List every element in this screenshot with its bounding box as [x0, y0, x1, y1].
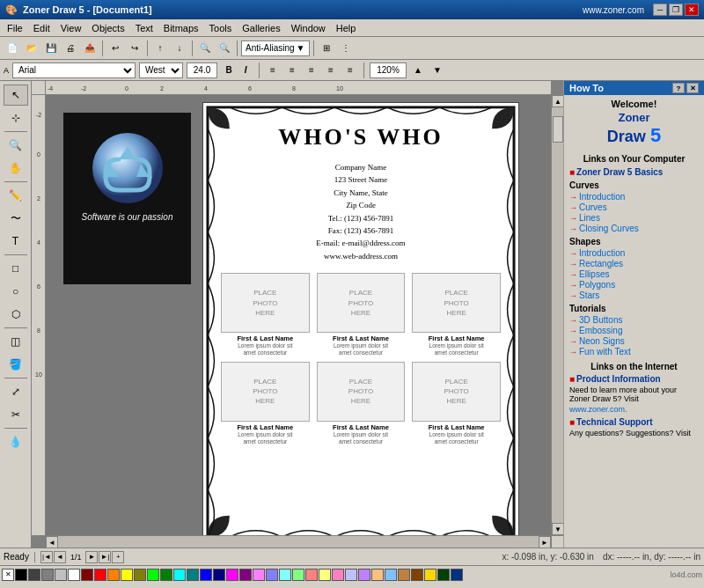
page-last-button[interactable]: ►| — [99, 551, 111, 563]
open-button[interactable]: 📂 — [23, 40, 40, 57]
color-swatch-lightgreen[interactable] — [292, 569, 304, 581]
link-fun-text[interactable]: Fun with Text — [569, 347, 699, 356]
canvas-area[interactable]: -4 -2 0 2 4 6 8 10 -2 0 2 4 6 8 10 — [32, 81, 563, 548]
menu-help[interactable]: Help — [331, 21, 362, 35]
menu-text[interactable]: Text — [130, 21, 158, 35]
color-swatch-purple[interactable] — [239, 569, 252, 581]
align-justify-button[interactable]: ≡ — [323, 62, 339, 78]
link-stars[interactable]: Stars — [569, 290, 699, 300]
link-curves[interactable]: Curves — [569, 202, 699, 212]
panel-question-button[interactable]: ? — [672, 83, 685, 93]
scroll-track-horizontal[interactable] — [58, 536, 539, 548]
link-lines[interactable]: Lines — [569, 213, 699, 223]
bold-button[interactable]: B — [221, 62, 237, 78]
scroll-track-vertical[interactable] — [552, 107, 563, 523]
color-swatch-orange[interactable] — [107, 569, 120, 581]
zoom-out-button[interactable]: 🔍 — [216, 40, 233, 57]
close-button[interactable]: ✕ — [685, 4, 699, 16]
zoom-in-button[interactable]: 🔍 — [196, 40, 214, 57]
font-select[interactable]: Arial — [12, 62, 136, 78]
color-swatch-pink[interactable] — [253, 569, 265, 581]
scroll-up-button[interactable]: ▲ — [552, 95, 563, 107]
color-picker-tool[interactable]: 💧 — [4, 431, 28, 452]
scroll-down-button[interactable]: ▼ — [552, 523, 563, 535]
menu-view[interactable]: View — [55, 21, 87, 35]
minimize-button[interactable]: ─ — [653, 4, 667, 16]
text-tool[interactable]: T — [4, 231, 28, 252]
color-swatch-lightblue[interactable] — [385, 569, 397, 581]
export-button[interactable]: 📤 — [81, 40, 99, 57]
pan-tool[interactable]: ✋ — [4, 158, 28, 179]
transform-tool[interactable]: ⤢ — [4, 381, 28, 402]
color-swatch-lightyellow[interactable] — [319, 569, 331, 581]
link-intro-curves[interactable]: Introduction — [569, 192, 699, 202]
page-prev-button[interactable]: ◄ — [54, 551, 66, 563]
link-3d-buttons[interactable]: 3D Buttons — [569, 315, 699, 325]
align-select[interactable]: West — [139, 62, 183, 78]
fill-tool[interactable]: 🪣 — [4, 354, 28, 375]
menu-bitmaps[interactable]: Bitmaps — [158, 21, 204, 35]
color-swatch-tan[interactable] — [398, 569, 410, 581]
color-swatch-olive[interactable] — [134, 569, 146, 581]
font-size-input[interactable] — [187, 62, 217, 78]
align-left-button[interactable]: ≡ — [265, 62, 281, 78]
color-swatch-lightcyan[interactable] — [279, 569, 291, 581]
color-swatch-darkgray[interactable] — [28, 569, 40, 581]
zoom-input[interactable] — [370, 62, 407, 78]
color-swatch-black[interactable] — [15, 569, 27, 581]
polygon-tool[interactable]: ⬡ — [4, 304, 28, 325]
restore-button[interactable]: ❐ — [669, 4, 683, 16]
transparent-swatch[interactable]: ✕ — [2, 569, 14, 581]
crop-tool[interactable]: ✂ — [4, 404, 28, 425]
scroll-thumb-vertical[interactable] — [553, 116, 563, 143]
color-swatch-hotpink[interactable] — [332, 569, 344, 581]
italic-button[interactable]: I — [238, 62, 253, 78]
panel-close-button[interactable]: ✕ — [686, 83, 699, 93]
color-swatch-cyan[interactable] — [173, 569, 186, 581]
link-rectangles[interactable]: Rectangles — [569, 259, 699, 268]
color-swatch-gold[interactable] — [424, 569, 436, 581]
zoom-up-button[interactable]: ▲ — [410, 62, 426, 78]
color-swatch-lime[interactable] — [147, 569, 159, 581]
page-navigator[interactable]: |◄ ◄ 1/1 ► ►| + — [40, 551, 125, 563]
align-center-button[interactable]: ≡ — [284, 62, 300, 78]
color-swatch-lavender[interactable] — [345, 569, 357, 581]
color-swatch-violet[interactable] — [358, 569, 370, 581]
zoner-link[interactable]: www.zoner.com. — [569, 405, 699, 414]
color-swatch-darkblue[interactable] — [451, 569, 463, 581]
save-button[interactable]: 💾 — [42, 40, 60, 57]
color-swatch-salmon[interactable] — [305, 569, 318, 581]
link-intro-shapes[interactable]: Introduction — [569, 248, 699, 258]
grid-button[interactable]: ⊞ — [318, 40, 335, 57]
menu-edit[interactable]: Edit — [28, 21, 55, 35]
horizontal-scrollbar[interactable]: ◄ ► — [46, 535, 551, 548]
menu-file[interactable]: File — [2, 21, 28, 35]
color-swatch-red[interactable] — [94, 569, 106, 581]
align-right-button[interactable]: ≡ — [304, 62, 319, 78]
menu-objects[interactable]: Objects — [86, 21, 129, 35]
page-next-button[interactable]: ► — [85, 551, 98, 563]
link-polygons[interactable]: Polygons — [569, 280, 699, 290]
gradient-tool[interactable]: ◫ — [4, 331, 28, 352]
link-ellipses[interactable]: Ellipses — [569, 269, 699, 279]
zoom-down-button[interactable]: ▼ — [429, 62, 445, 78]
zoom-tool[interactable]: 🔍 — [4, 135, 28, 156]
vertical-scrollbar[interactable]: ▲ ▼ — [551, 95, 563, 535]
color-swatch-brown[interactable] — [411, 569, 423, 581]
color-swatch-lightgray[interactable] — [55, 569, 67, 581]
rect-tool[interactable]: □ — [4, 258, 28, 279]
link-neon-signs[interactable]: Neon Signs — [569, 336, 699, 346]
color-swatch-magenta[interactable] — [226, 569, 238, 581]
move-up-button[interactable]: ↑ — [151, 40, 169, 57]
menu-window[interactable]: Window — [286, 21, 331, 35]
color-swatch-teal[interactable] — [187, 569, 199, 581]
new-button[interactable]: 📄 — [4, 40, 21, 57]
move-down-button[interactable]: ↓ — [171, 40, 188, 57]
color-swatch-yellow[interactable] — [121, 569, 133, 581]
color-swatch-white[interactable] — [68, 569, 80, 581]
menu-tools[interactable]: Tools — [204, 21, 238, 35]
undo-button[interactable]: ↩ — [106, 40, 124, 57]
menu-galleries[interactable]: Galleries — [237, 21, 285, 35]
link-closing-curves[interactable]: Closing Curves — [569, 224, 699, 233]
scroll-left-button[interactable]: ◄ — [46, 536, 58, 548]
